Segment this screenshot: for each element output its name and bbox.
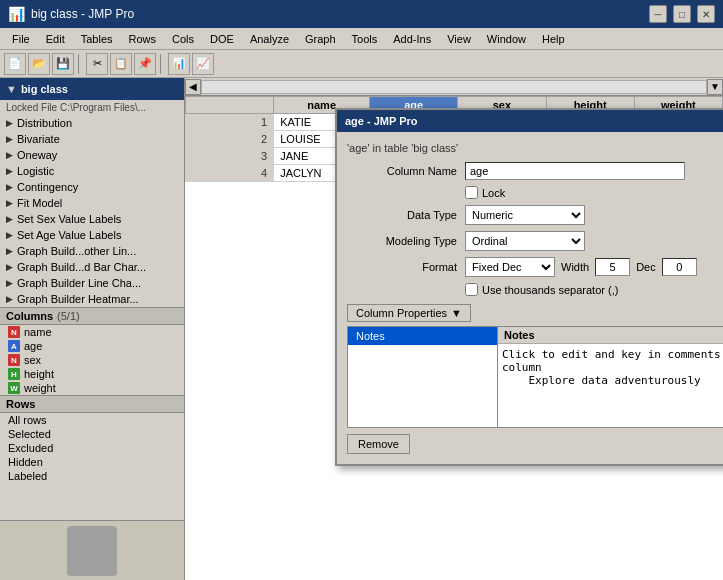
minimize-button[interactable]: ─ [649,5,667,23]
column-item-height[interactable]: Hheight [0,367,184,381]
tree-item[interactable]: ▶Fit Model [0,195,184,211]
maximize-button[interactable]: □ [673,5,691,23]
col-nav-down[interactable]: ▼ [707,79,723,95]
row-filter-item[interactable]: Selected [0,427,184,441]
menu-item-window[interactable]: Window [479,31,534,47]
notes-scroll-area[interactable]: Click to edit and key in comments about … [498,344,723,427]
menu-item-tools[interactable]: Tools [344,31,386,47]
tree-arrow: ▶ [6,278,13,288]
column-item-name[interactable]: Nname [0,325,184,339]
tree-arrow: ▶ [6,246,13,256]
column-item-age[interactable]: Aage [0,339,184,353]
menu-item-add-ins[interactable]: Add-Ins [385,31,439,47]
menu-item-rows[interactable]: Rows [121,31,165,47]
format-select[interactable]: Fixed DecBestFixedPercent [465,257,555,277]
col-type-icon: N [8,326,20,338]
data-type-row: Data Type NumericCharacterInteger [347,205,723,225]
dec-label: Dec [636,261,656,273]
thousands-checkbox[interactable] [465,283,478,296]
tree-arrow: ▶ [6,294,13,304]
menu-item-cols[interactable]: Cols [164,31,202,47]
menu-item-view[interactable]: View [439,31,479,47]
modeling-type-label: Modeling Type [347,235,457,247]
col-props-drop-icon: ▼ [451,307,462,319]
width-input[interactable] [595,258,630,276]
row-number: 4 [186,165,274,182]
tree-item[interactable]: ▶Distribution [0,115,184,131]
dialog-title-bar: age - JMP Pro ─ □ ✕ [337,110,723,132]
tree-item[interactable]: ▶Graph Builder Line Cha... [0,275,184,291]
row-filter-item[interactable]: Labeled [0,469,184,483]
table-header-rownum[interactable] [186,97,274,114]
modeling-type-select[interactable]: OrdinalNominalContinuous [465,231,585,251]
menu-item-doe[interactable]: DOE [202,31,242,47]
lock-checkbox[interactable] [465,186,478,199]
toolbar-separator-2 [160,54,164,74]
props-list-item[interactable]: Notes [348,327,497,345]
tree-arrow: ▶ [6,230,13,240]
col-props-button[interactable]: Column Properties ▼ [347,304,471,322]
thousands-row: Use thousands separator (,) [465,283,723,296]
menu-item-tables[interactable]: Tables [73,31,121,47]
menu-item-file[interactable]: File [4,31,38,47]
col-type-icon: N [8,354,20,366]
tree-item[interactable]: ▶Bivariate [0,131,184,147]
col-type-icon: A [8,340,20,352]
left-panel: ▼ big class Locked File C:\Program Files… [0,78,185,580]
col-type-icon: H [8,368,20,380]
title-bar: 📊 big class - JMP Pro ─ □ ✕ [0,0,723,28]
rows-section-header: Rows [0,395,184,413]
dec-input[interactable] [662,258,697,276]
app-title: big class - JMP Pro [31,7,649,21]
column-name-input[interactable] [465,162,685,180]
column-item-sex[interactable]: Nsex [0,353,184,367]
main-layout: ▼ big class Locked File C:\Program Files… [0,78,723,580]
tree-item[interactable]: ▶Graph Build...other Lin... [0,243,184,259]
remove-button[interactable]: Remove [347,434,410,454]
tree-arrow: ▶ [6,134,13,144]
tree-item[interactable]: ▶Logistic [0,163,184,179]
tree-item[interactable]: ▶Graph Build...d Bar Char... [0,259,184,275]
window-controls: ─ □ ✕ [649,5,715,23]
menu-item-help[interactable]: Help [534,31,573,47]
tree-item[interactable]: ▶Set Age Value Labels [0,227,184,243]
columns-count: (5/1) [57,310,80,322]
props-content: Notes Notes Click to edit and key in com… [347,326,723,428]
close-button[interactable]: ✕ [697,5,715,23]
col-nav-left[interactable]: ◀ [185,79,201,95]
row-filter-item[interactable]: All rows [0,413,184,427]
save-button[interactable]: 💾 [52,53,74,75]
format-label: Format [347,261,457,273]
tree-item[interactable]: ▶Set Sex Value Labels [0,211,184,227]
menu-item-graph[interactable]: Graph [297,31,344,47]
dialog-body: 'age' in table 'big class' Column Name L… [337,132,723,464]
paste-button[interactable]: 📌 [134,53,156,75]
data-type-select[interactable]: NumericCharacterInteger [465,205,585,225]
menu-item-analyze[interactable]: Analyze [242,31,297,47]
row-filter-item[interactable]: Excluded [0,441,184,455]
tree-item[interactable]: ▶Contingency [0,179,184,195]
format-controls: Fixed DecBestFixedPercent Width Dec [465,257,697,277]
tree-item[interactable]: ▶Graph Builder Heatmar... [0,291,184,307]
menu-item-edit[interactable]: Edit [38,31,73,47]
dialog-title-text: age - JMP Pro [345,115,723,127]
tb-graph[interactable]: 📈 [192,53,214,75]
columns-section-header: Columns (5/1) [0,307,184,325]
width-label: Width [561,261,589,273]
column-item-weight[interactable]: Wweight [0,381,184,395]
row-filter-item[interactable]: Hidden [0,455,184,469]
tb-analyze[interactable]: 📊 [168,53,190,75]
cut-button[interactable]: ✂ [86,53,108,75]
col-scrollbar[interactable] [201,80,707,94]
columns-label: Columns [6,310,53,322]
column-name-label: Column Name [347,165,457,177]
open-button[interactable]: 📂 [28,53,50,75]
new-button[interactable]: 📄 [4,53,26,75]
tree-arrow: ▶ [6,198,13,208]
app-icon: 📊 [8,6,25,22]
tree-item[interactable]: ▶Oneway [0,147,184,163]
tree-arrow: ▶ [6,118,13,128]
copy-button[interactable]: 📋 [110,53,132,75]
notes-header: Notes [498,327,723,344]
panel-collapse-arrow[interactable]: ▼ [6,83,17,95]
